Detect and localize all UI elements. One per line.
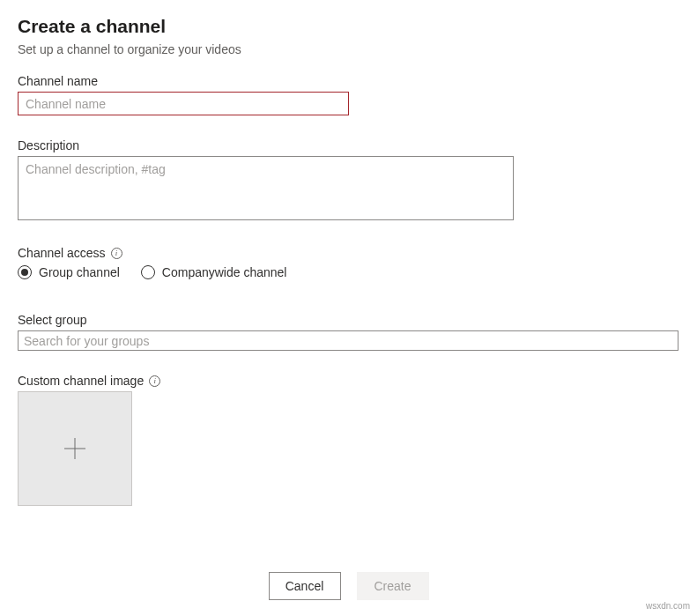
create-button[interactable]: Create [357, 572, 429, 600]
page-subtitle: Set up a channel to organize your videos [18, 42, 679, 56]
select-group-input[interactable] [18, 330, 678, 351]
radio-companywide-label: Companywide channel [162, 265, 287, 279]
info-icon[interactable]: i [111, 248, 122, 259]
info-icon[interactable]: i [149, 375, 160, 387]
footer-actions: Cancel Create [0, 572, 697, 600]
watermark: wsxdn.com [646, 601, 690, 611]
channel-access-radiogroup: Group channel Companywide channel [18, 265, 679, 279]
select-group-field: Select group [18, 313, 679, 351]
cancel-button[interactable]: Cancel [269, 572, 341, 600]
select-group-label: Select group [18, 313, 679, 327]
radio-group-label: Group channel [39, 265, 120, 279]
custom-image-field: Custom channel image i [18, 374, 679, 506]
custom-image-label: Custom channel image i [18, 374, 679, 388]
radio-group-channel[interactable]: Group channel [18, 265, 120, 279]
channel-name-field: Channel name [18, 74, 679, 115]
radio-circle-icon [141, 265, 155, 279]
image-upload-button[interactable] [18, 391, 132, 506]
channel-name-input[interactable] [18, 92, 349, 115]
description-input[interactable] [18, 156, 514, 220]
description-label: Description [18, 138, 679, 152]
plus-icon [63, 437, 86, 460]
channel-access-label: Channel access i [18, 246, 679, 260]
description-field: Description [18, 138, 679, 223]
custom-image-label-text: Custom channel image [18, 374, 144, 388]
radio-companywide-channel[interactable]: Companywide channel [141, 265, 287, 279]
channel-name-label: Channel name [18, 74, 679, 88]
channel-access-field: Channel access i Group channel Companywi… [18, 246, 679, 279]
page-title: Create a channel [18, 16, 679, 37]
channel-access-label-text: Channel access [18, 246, 106, 260]
radio-circle-icon [18, 265, 32, 279]
